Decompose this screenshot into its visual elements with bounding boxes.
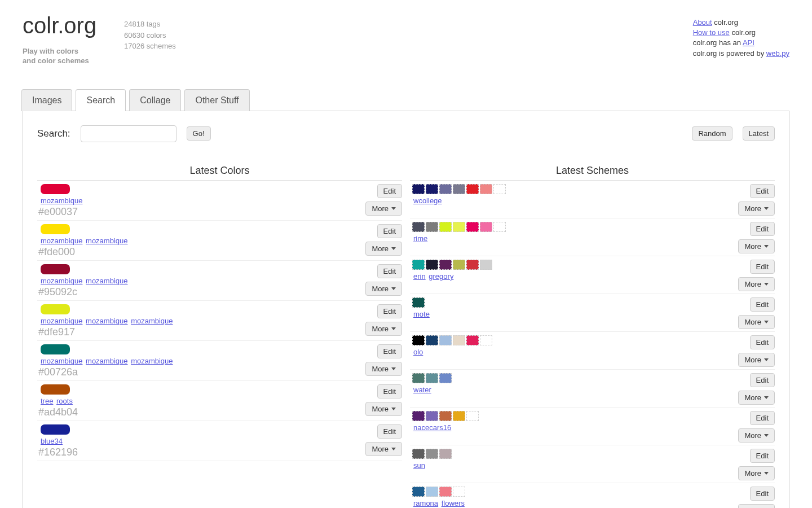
more-button[interactable]: More <box>738 391 775 405</box>
palette-swatch[interactable] <box>439 335 452 345</box>
palette-swatch[interactable] <box>412 297 425 308</box>
tag-link[interactable]: mozambique <box>131 357 173 365</box>
go-button[interactable]: Go! <box>187 126 211 141</box>
palette-swatch[interactable] <box>412 487 425 497</box>
random-button[interactable]: Random <box>692 126 732 141</box>
palette-swatch[interactable] <box>453 335 465 345</box>
palette-swatch[interactable] <box>453 222 465 232</box>
latest-button[interactable]: Latest <box>743 126 775 141</box>
edit-button[interactable]: Edit <box>750 449 775 463</box>
scheme-palette[interactable] <box>412 297 738 308</box>
edit-button[interactable]: Edit <box>377 424 402 439</box>
scheme-palette[interactable] <box>412 335 738 345</box>
palette-swatch[interactable] <box>480 260 492 270</box>
edit-button[interactable]: Edit <box>377 304 402 318</box>
api-link[interactable]: API <box>743 38 754 47</box>
more-button[interactable]: More <box>365 282 402 296</box>
palette-swatch[interactable] <box>412 260 425 270</box>
tag-link[interactable]: mozambique <box>131 317 173 325</box>
palette-swatch[interactable] <box>412 411 425 421</box>
palette-swatch[interactable] <box>412 222 425 232</box>
tag-link[interactable]: mozambique <box>41 237 82 245</box>
color-swatch[interactable] <box>41 264 70 274</box>
more-button[interactable]: More <box>738 428 775 443</box>
more-button[interactable]: More <box>365 242 402 256</box>
tag-link[interactable]: ramona <box>413 499 438 507</box>
tag-link[interactable]: roots <box>56 397 73 405</box>
palette-swatch[interactable] <box>426 260 438 270</box>
palette-swatch[interactable] <box>439 411 452 421</box>
scheme-palette[interactable] <box>412 184 738 194</box>
powered-link[interactable]: web.py <box>766 49 789 58</box>
edit-button[interactable]: Edit <box>750 222 775 236</box>
palette-swatch[interactable] <box>426 449 438 459</box>
more-button[interactable]: More <box>365 362 402 376</box>
scheme-palette[interactable] <box>412 487 738 497</box>
palette-swatch[interactable] <box>439 260 452 270</box>
palette-swatch[interactable] <box>453 411 465 421</box>
palette-swatch[interactable] <box>426 335 438 345</box>
tab-search[interactable]: Search <box>76 89 126 111</box>
more-button[interactable]: More <box>365 442 402 456</box>
more-button[interactable]: More <box>738 353 775 367</box>
color-swatch[interactable] <box>41 184 70 194</box>
tag-link[interactable]: water <box>413 386 431 394</box>
edit-button[interactable]: Edit <box>750 297 775 312</box>
more-button[interactable]: More <box>738 315 775 329</box>
palette-swatch[interactable] <box>493 184 506 194</box>
tag-link[interactable]: flowers <box>442 499 465 507</box>
palette-swatch[interactable] <box>480 335 492 345</box>
tag-link[interactable]: mozambique <box>41 317 82 325</box>
more-button[interactable]: More <box>365 202 402 216</box>
tag-link[interactable]: mozambique <box>41 196 82 205</box>
edit-button[interactable]: Edit <box>750 184 775 198</box>
color-swatch[interactable] <box>41 424 70 435</box>
palette-swatch[interactable] <box>439 373 452 383</box>
palette-swatch[interactable] <box>453 487 465 497</box>
tab-images[interactable]: Images <box>21 89 72 111</box>
palette-swatch[interactable] <box>466 260 479 270</box>
tab-collage[interactable]: Collage <box>129 89 181 111</box>
tag-link[interactable]: mozambique <box>41 357 82 365</box>
palette-swatch[interactable] <box>426 487 438 497</box>
palette-swatch[interactable] <box>439 222 452 232</box>
tag-link[interactable]: mozambique <box>86 277 127 285</box>
palette-swatch[interactable] <box>412 373 425 383</box>
tag-link[interactable]: mozambique <box>86 317 127 325</box>
tag-link[interactable]: mote <box>413 310 430 318</box>
palette-swatch[interactable] <box>453 260 465 270</box>
edit-button[interactable]: Edit <box>750 373 775 387</box>
more-button[interactable]: More <box>738 504 775 508</box>
palette-swatch[interactable] <box>426 373 438 383</box>
color-swatch[interactable] <box>41 304 70 314</box>
more-button[interactable]: More <box>738 466 775 480</box>
palette-swatch[interactable] <box>480 184 492 194</box>
tab-other[interactable]: Other Stuff <box>184 89 249 111</box>
tag-link[interactable]: rime <box>413 234 427 243</box>
tag-link[interactable]: blue34 <box>41 437 63 445</box>
tag-link[interactable]: nacecars16 <box>413 423 451 432</box>
edit-button[interactable]: Edit <box>377 264 402 278</box>
color-swatch[interactable] <box>41 224 70 234</box>
scheme-palette[interactable] <box>412 222 738 232</box>
scheme-palette[interactable] <box>412 411 738 421</box>
palette-swatch[interactable] <box>439 487 452 497</box>
more-button[interactable]: More <box>738 202 775 216</box>
more-button[interactable]: More <box>738 239 775 253</box>
palette-swatch[interactable] <box>466 335 479 345</box>
more-button[interactable]: More <box>738 277 775 291</box>
palette-swatch[interactable] <box>439 184 452 194</box>
scheme-palette[interactable] <box>412 373 738 383</box>
palette-swatch[interactable] <box>466 222 479 232</box>
color-swatch[interactable] <box>41 344 70 354</box>
tag-link[interactable]: mozambique <box>86 357 127 365</box>
palette-swatch[interactable] <box>453 184 465 194</box>
palette-swatch[interactable] <box>480 222 492 232</box>
edit-button[interactable]: Edit <box>750 260 775 274</box>
palette-swatch[interactable] <box>439 449 452 459</box>
tag-link[interactable]: olo <box>413 348 423 356</box>
palette-swatch[interactable] <box>493 222 506 232</box>
more-button[interactable]: More <box>365 402 402 416</box>
palette-swatch[interactable] <box>466 411 479 421</box>
edit-button[interactable]: Edit <box>377 344 402 358</box>
